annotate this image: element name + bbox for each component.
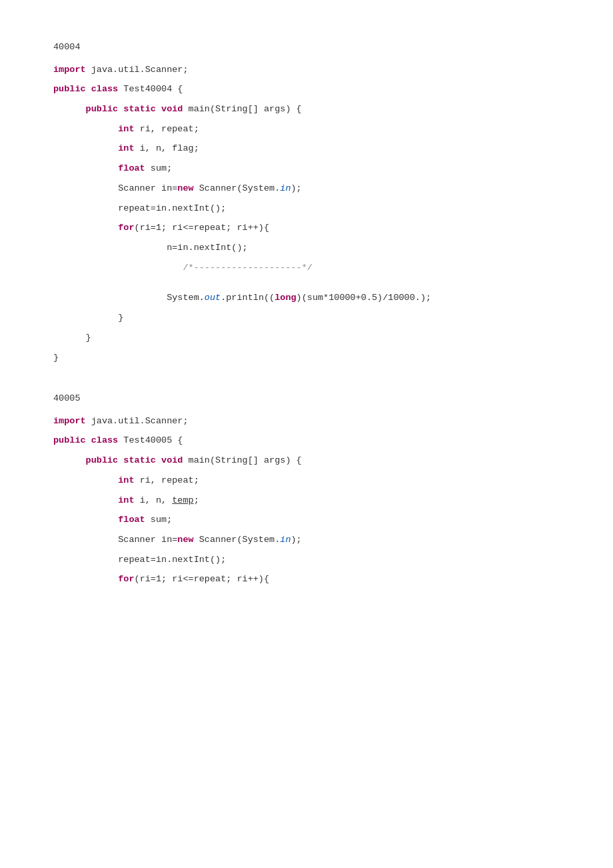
code-line [53, 255, 560, 260]
code-text: System. [167, 293, 205, 303]
code-line: repeat=in.nextInt(); [53, 201, 560, 216]
code-line [53, 507, 560, 513]
code-text: n=in.nextInt(); [167, 243, 248, 253]
code-line: int i, n, temp; [53, 493, 560, 508]
code-line [53, 57, 560, 63]
keyword: for [118, 223, 134, 233]
code-line [53, 305, 560, 311]
code-line: /*--------------------*/ [53, 261, 560, 275]
code-text: ri, repeat; [135, 475, 199, 485]
code-line: System.out.println((long)(sum*10000+0.5)… [53, 291, 560, 305]
code-text: ); [291, 183, 301, 193]
code-line: } [53, 351, 560, 365]
code-line [53, 275, 560, 280]
field-reference: in [280, 535, 291, 545]
code-text: repeat=in.nextInt(); [118, 555, 226, 565]
code-line [53, 325, 560, 331]
keyword: int [118, 143, 134, 153]
variable-name: temp [172, 495, 193, 505]
code-text: Scanner in= [118, 535, 177, 545]
code-text: Test40004 { [118, 84, 183, 94]
keyword: public [53, 435, 86, 445]
keyword: long [275, 293, 296, 303]
keyword: int [118, 475, 134, 485]
code-line [53, 428, 560, 433]
code-text: (ri=1; ri<=repeat; ri++){ [135, 574, 270, 584]
code-text: } [118, 313, 123, 323]
code-text [156, 455, 161, 465]
code-text [156, 104, 161, 114]
keyword: new [177, 535, 193, 545]
code-line: float sum; [53, 513, 560, 527]
code-line: public static void main(String[] args) { [53, 102, 560, 117]
code-line [53, 195, 560, 201]
keyword: void [161, 104, 183, 114]
code-text: (ri=1; ri<=repeat; ri++){ [135, 223, 270, 233]
code-line [53, 547, 560, 553]
keyword: void [161, 455, 183, 465]
code-text: sum; [145, 515, 173, 525]
keyword: int [118, 124, 134, 134]
code-line: n=in.nextInt(); [53, 241, 560, 255]
code-text: i, n, [135, 495, 173, 505]
code-line [53, 77, 560, 82]
code-line: float sum; [53, 161, 560, 176]
code-text: main(String[] args) { [183, 455, 301, 465]
keyword: for [118, 574, 134, 584]
code-line: for(ri=1; ri<=repeat; ri++){ [53, 572, 560, 587]
keyword: new [177, 183, 193, 193]
code-line [53, 345, 560, 350]
code-line [53, 117, 560, 122]
code-line: int i, n, flag; [53, 141, 560, 156]
keyword: class [91, 435, 119, 445]
code-line: public class Test40005 { [53, 433, 560, 448]
code-text: } [86, 333, 91, 343]
code-text: i, n, flag; [135, 143, 199, 153]
code-line: repeat=in.nextInt(); [53, 553, 560, 567]
code-line [53, 136, 560, 141]
field-reference: out [205, 293, 221, 303]
comment: /*--------------------*/ [183, 263, 312, 273]
code-line: } [53, 311, 560, 325]
code-text: ); [291, 535, 301, 545]
code-text: .println(( [221, 293, 275, 303]
keyword: import [53, 65, 86, 75]
code-line: } [53, 331, 560, 345]
code-line [53, 527, 560, 533]
code-text: } [53, 353, 59, 363]
code-line [53, 156, 560, 161]
code-line: int ri, repeat; [53, 473, 560, 488]
keyword: public [86, 104, 119, 114]
keyword: float [118, 163, 145, 173]
keyword: int [118, 495, 134, 505]
code-text: )(sum*10000+0.5)/10000.); [297, 293, 432, 303]
keyword: import [53, 416, 86, 426]
code-line: int ri, repeat; [53, 122, 560, 137]
code-line: for(ri=1; ri<=repeat; ri++){ [53, 221, 560, 235]
field-reference: in [280, 183, 291, 193]
code-text: ri, repeat; [135, 124, 199, 134]
code-section-40004: 40004 import java.util.Scanner; public c… [53, 40, 560, 365]
code-text: main(String[] args) { [183, 104, 301, 114]
code-text: java.util.Scanner; [86, 65, 189, 75]
keyword: float [118, 515, 145, 525]
code-line: Scanner in=new Scanner(System.in); [53, 181, 560, 196]
code-line [53, 215, 560, 221]
code-line: import java.util.Scanner; [53, 414, 560, 429]
code-line [53, 487, 560, 493]
code-line [53, 97, 560, 102]
code-line: import java.util.Scanner; [53, 63, 560, 77]
keyword: static [123, 455, 156, 465]
code-line: 40005 [53, 391, 560, 406]
code-section-40005: 40005 import java.util.Scanner; public c… [53, 391, 560, 587]
code-line [53, 235, 560, 241]
code-viewer: 40004 import java.util.Scanner; public c… [53, 40, 560, 587]
code-text [86, 435, 91, 445]
code-line [53, 448, 560, 453]
keyword: public [53, 84, 86, 94]
code-line: public class Test40004 { [53, 82, 560, 97]
code-text: Scanner(System. [194, 535, 281, 545]
code-line [53, 280, 560, 285]
code-line [53, 468, 560, 473]
code-text: sum; [145, 163, 173, 173]
